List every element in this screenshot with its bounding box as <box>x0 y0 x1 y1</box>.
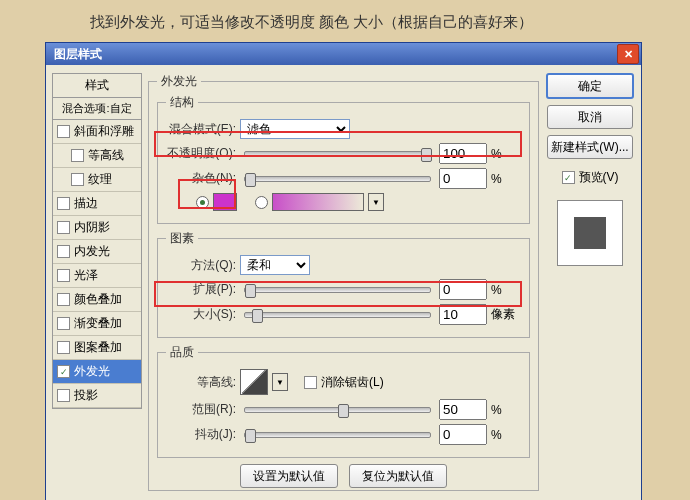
elements-group: 图素 方法(Q): 柔和 扩展(P): % 大小(S): <box>157 230 530 338</box>
spread-slider[interactable] <box>244 287 431 293</box>
styles-sidebar: 样式 混合选项:自定 斜面和浮雕等高线纹理描边内阴影内发光光泽颜色叠加渐变叠加图… <box>52 73 142 497</box>
style-label: 内发光 <box>74 243 110 260</box>
style-checkbox[interactable] <box>57 221 70 234</box>
quality-group: 品质 等高线: ▼ 消除锯齿(L) 范围(R): % <box>157 344 530 458</box>
antialias-checkbox[interactable] <box>304 376 317 389</box>
jitter-unit: % <box>491 428 521 442</box>
jitter-label: 抖动(J): <box>166 426 236 443</box>
style-item-0[interactable]: 斜面和浮雕 <box>53 120 141 144</box>
reset-default-button[interactable]: 复位为默认值 <box>349 464 447 488</box>
style-checkbox[interactable] <box>57 269 70 282</box>
style-item-3[interactable]: 描边 <box>53 192 141 216</box>
style-item-2[interactable]: 纹理 <box>53 168 141 192</box>
style-checkbox[interactable] <box>71 173 84 186</box>
style-item-5[interactable]: 内发光 <box>53 240 141 264</box>
gradient-swatch[interactable] <box>272 193 364 211</box>
style-label: 内阴影 <box>74 219 110 236</box>
new-style-button[interactable]: 新建样式(W)... <box>547 135 633 159</box>
cancel-button[interactable]: 取消 <box>547 105 633 129</box>
panel-title: 外发光 <box>157 73 201 90</box>
size-unit: 像素 <box>491 306 521 323</box>
style-checkbox[interactable] <box>57 245 70 258</box>
style-item-10[interactable]: ✓外发光 <box>53 360 141 384</box>
style-checkbox[interactable] <box>57 293 70 306</box>
preview-checkbox[interactable]: ✓ <box>562 171 575 184</box>
style-checkbox[interactable] <box>57 317 70 330</box>
style-item-4[interactable]: 内阴影 <box>53 216 141 240</box>
style-label: 渐变叠加 <box>74 315 122 332</box>
gradient-chevron-icon[interactable]: ▼ <box>368 193 384 211</box>
structure-legend: 结构 <box>166 94 198 111</box>
close-icon: ✕ <box>624 48 633 61</box>
spread-input[interactable] <box>439 279 487 300</box>
styles-header[interactable]: 样式 <box>52 73 142 98</box>
settings-panel: 外发光 结构 混合模式(E): 滤色 不透明度(O): % 杂色(N): <box>142 73 539 497</box>
style-checkbox[interactable] <box>57 341 70 354</box>
style-item-11[interactable]: 投影 <box>53 384 141 408</box>
jitter-input[interactable] <box>439 424 487 445</box>
range-label: 范围(R): <box>166 401 236 418</box>
preview-square <box>574 217 606 249</box>
opacity-slider[interactable] <box>244 151 431 157</box>
style-label: 斜面和浮雕 <box>74 123 134 140</box>
noise-input[interactable] <box>439 168 487 189</box>
method-select[interactable]: 柔和 <box>240 255 310 275</box>
noise-slider[interactable] <box>244 176 431 182</box>
contour-chevron-icon[interactable]: ▼ <box>272 373 288 391</box>
blend-mode-select[interactable]: 滤色 <box>240 119 350 139</box>
method-label: 方法(Q): <box>166 257 236 274</box>
instruction-text: 找到外发光，可适当修改不透明度 颜色 大小（根据自己的喜好来） <box>0 0 690 42</box>
style-label: 描边 <box>74 195 98 212</box>
size-slider[interactable] <box>244 312 431 318</box>
style-checkbox[interactable] <box>57 125 70 138</box>
outer-glow-fieldset: 外发光 结构 混合模式(E): 滤色 不透明度(O): % 杂色(N): <box>148 73 539 491</box>
contour-label: 等高线: <box>166 374 236 391</box>
style-label: 等高线 <box>88 147 124 164</box>
layer-style-dialog: 图层样式 ✕ 样式 混合选项:自定 斜面和浮雕等高线纹理描边内阴影内发光光泽颜色… <box>45 42 642 500</box>
close-button[interactable]: ✕ <box>617 44 639 64</box>
color-radio[interactable] <box>196 196 209 209</box>
elements-legend: 图素 <box>166 230 198 247</box>
gradient-radio[interactable] <box>255 196 268 209</box>
opacity-input[interactable] <box>439 143 487 164</box>
style-label: 图案叠加 <box>74 339 122 356</box>
contour-picker[interactable] <box>240 369 268 395</box>
style-checkbox[interactable] <box>57 197 70 210</box>
range-unit: % <box>491 403 521 417</box>
color-swatch[interactable] <box>213 193 237 211</box>
style-item-7[interactable]: 颜色叠加 <box>53 288 141 312</box>
structure-group: 结构 混合模式(E): 滤色 不透明度(O): % 杂色(N): <box>157 94 530 224</box>
range-input[interactable] <box>439 399 487 420</box>
antialias-label: 消除锯齿(L) <box>321 374 384 391</box>
style-label: 光泽 <box>74 267 98 284</box>
make-default-button[interactable]: 设置为默认值 <box>240 464 338 488</box>
preview-label: 预览(V) <box>579 169 619 186</box>
style-label: 颜色叠加 <box>74 291 122 308</box>
quality-legend: 品质 <box>166 344 198 361</box>
size-input[interactable] <box>439 304 487 325</box>
style-checkbox[interactable] <box>71 149 84 162</box>
preview-box <box>557 200 623 266</box>
range-slider[interactable] <box>244 407 431 413</box>
style-label: 外发光 <box>74 363 110 380</box>
dialog-title: 图层样式 <box>54 46 102 63</box>
style-item-6[interactable]: 光泽 <box>53 264 141 288</box>
jitter-slider[interactable] <box>244 432 431 438</box>
style-item-9[interactable]: 图案叠加 <box>53 336 141 360</box>
style-checkbox[interactable]: ✓ <box>57 365 70 378</box>
style-label: 投影 <box>74 387 98 404</box>
blend-mode-label: 混合模式(E): <box>166 121 236 138</box>
style-label: 纹理 <box>88 171 112 188</box>
spread-unit: % <box>491 283 521 297</box>
opacity-label: 不透明度(O): <box>166 145 236 162</box>
ok-button[interactable]: 确定 <box>546 73 634 99</box>
noise-unit: % <box>491 172 521 186</box>
size-label: 大小(S): <box>166 306 236 323</box>
style-checkbox[interactable] <box>57 389 70 402</box>
blending-options[interactable]: 混合选项:自定 <box>52 98 142 120</box>
action-column: 确定 取消 新建样式(W)... ✓预览(V) <box>539 73 635 497</box>
style-item-8[interactable]: 渐变叠加 <box>53 312 141 336</box>
noise-label: 杂色(N): <box>166 170 236 187</box>
titlebar[interactable]: 图层样式 ✕ <box>46 43 641 65</box>
style-item-1[interactable]: 等高线 <box>53 144 141 168</box>
